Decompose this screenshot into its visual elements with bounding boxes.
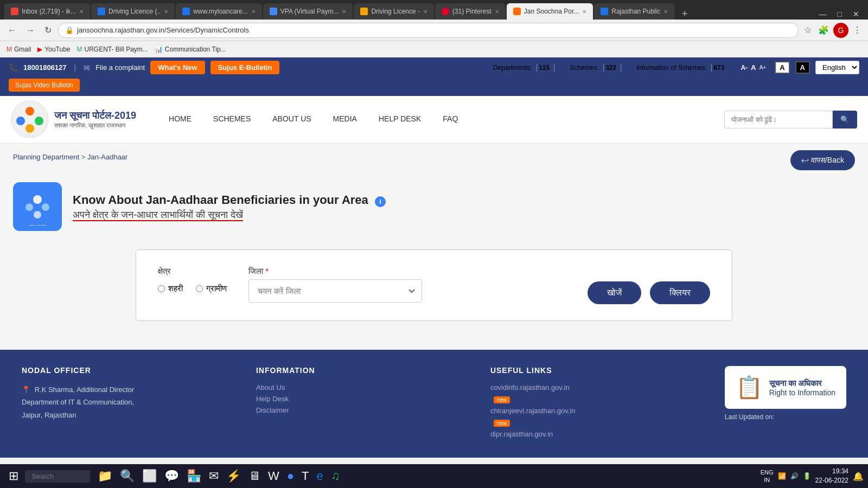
- tab-close-dl1[interactable]: ✕: [164, 9, 168, 15]
- bookmark-star-button[interactable]: ☆: [802, 23, 814, 38]
- taskbar-search-app[interactable]: 🔍: [117, 467, 138, 485]
- search-submit-button[interactable]: खोजें: [588, 281, 641, 304]
- phone-icon: 📞: [9, 63, 18, 72]
- nav-schemes[interactable]: SCHEMES: [202, 109, 261, 130]
- nav-help-desk[interactable]: HELP DESK: [368, 109, 432, 130]
- search-button[interactable]: 🔍: [833, 111, 857, 129]
- bookmark-urgent[interactable]: M URGENT- Bill Paym...: [77, 46, 148, 53]
- breadcrumb-planning[interactable]: Planning Department: [13, 153, 79, 161]
- info-icon[interactable]: i: [375, 196, 386, 207]
- nav-faq[interactable]: FAQ: [432, 109, 469, 130]
- font-controls: A- A A+ A A English: [741, 61, 859, 74]
- taskbar-chat[interactable]: 💬: [161, 467, 182, 485]
- clear-button[interactable]: क्लियर: [650, 281, 710, 304]
- tab-close-vpa[interactable]: ✕: [342, 9, 346, 15]
- font-increase-label[interactable]: A+: [760, 65, 767, 70]
- tab-minimize-button[interactable]: —: [815, 9, 831, 20]
- urban-radio[interactable]: [158, 285, 165, 292]
- back-button[interactable]: ↩ वापस/Back: [790, 150, 855, 170]
- urban-radio-label[interactable]: शहरी: [158, 284, 183, 293]
- profile-button[interactable]: G: [833, 23, 848, 38]
- forward-button[interactable]: →: [23, 23, 38, 37]
- taskbar-edge[interactable]: e: [314, 467, 327, 485]
- more-button[interactable]: ⋮: [851, 23, 864, 38]
- info-schemes-stat: Information of Schemes: 673: [628, 64, 729, 72]
- taskbar-file-explorer[interactable]: 📁: [94, 467, 116, 485]
- area-group: क्षेत्र शहरी ग्रामीण: [158, 266, 227, 293]
- svg-point-7: [25, 203, 33, 211]
- hero-subtitle: अपने क्षेत्र के जन-आधार लाभार्थियों की स…: [73, 209, 386, 221]
- search-area: 🔍: [724, 111, 857, 129]
- rural-radio-label[interactable]: ग्रामीण: [196, 284, 227, 293]
- tab-close-rp[interactable]: ✕: [663, 9, 668, 15]
- tab-pinterest[interactable]: (31) Pinterest ✕: [435, 3, 506, 20]
- breadcrumb-jan-aadhaar[interactable]: Jan-Aadhaar: [87, 153, 127, 161]
- whats-new-button[interactable]: What's New: [150, 61, 205, 74]
- video-bulletin-button[interactable]: Sujas Video Bulletin: [9, 79, 80, 92]
- tab-maximize-button[interactable]: □: [833, 9, 846, 20]
- font-reset-button[interactable]: A: [751, 63, 756, 72]
- location-icon: 📍: [22, 386, 30, 394]
- tab-close-lc[interactable]: ✕: [251, 9, 256, 15]
- tab-close-dl2[interactable]: ✕: [423, 9, 427, 15]
- svg-rect-5: [18, 188, 56, 226]
- tab-vpa[interactable]: VPA (Virtual Paym... ✕: [263, 3, 353, 20]
- tab-close-window-button[interactable]: ✕: [848, 9, 864, 20]
- taskbar-search[interactable]: [25, 470, 90, 483]
- start-button[interactable]: ⊞: [4, 467, 23, 485]
- tab-gmail[interactable]: Inbox (2,719) - ik... ✕: [4, 3, 90, 20]
- tab-rajasthan-public[interactable]: Rajasthan Public ✕: [594, 3, 674, 20]
- footer-disclaimer[interactable]: Disclaimer: [256, 406, 469, 414]
- contrast-button-1[interactable]: A: [775, 61, 789, 74]
- tab-close-gmail[interactable]: ✕: [79, 9, 84, 15]
- bookmark-communication[interactable]: 📊 Communication Tip...: [155, 46, 226, 53]
- taskbar: ⊞ 📁 🔍 ⬜ 💬 🏪 ✉ ⚡ 🖥 W ● T e ♫ ENGIN 📶 🔊 🔋 …: [0, 464, 868, 488]
- taskbar-word[interactable]: W: [265, 467, 283, 485]
- district-select[interactable]: चयन करें जिला: [248, 279, 422, 303]
- back-button[interactable]: ←: [4, 23, 20, 37]
- refresh-button[interactable]: ↻: [41, 23, 55, 37]
- address-bar[interactable]: 🔒 jansoochna.rajasthan.gov.in/Services/D…: [58, 23, 799, 38]
- rural-radio[interactable]: [196, 285, 203, 292]
- tab-driving-licence-2[interactable]: Driving Licence - ✕: [354, 3, 433, 20]
- tab-myloancare[interactable]: www.myloancare... ✕: [176, 3, 262, 20]
- tab-close-pin[interactable]: ✕: [495, 9, 499, 15]
- logo-title: जन सूचना पोर्टल-2019: [54, 110, 136, 122]
- footer-help-desk[interactable]: Help Desk: [256, 395, 469, 403]
- taskbar-monitor[interactable]: 🖥: [245, 467, 264, 485]
- language-select[interactable]: English: [815, 61, 859, 74]
- taskbar-notification[interactable]: 🔔: [853, 471, 864, 481]
- district-group: जिला * चयन करें जिला: [248, 266, 566, 303]
- taskbar-teams[interactable]: T: [298, 467, 312, 485]
- footer-link-chiranjeevi: chiranjeevi.rajasthan.gov.in new: [490, 407, 703, 427]
- rti-icon: 📋: [736, 375, 763, 400]
- last-updated: Last Updated on:: [725, 413, 846, 421]
- browser-toolbar: ☆ 🧩 G ⋮: [802, 23, 864, 38]
- taskbar-chrome[interactable]: ●: [284, 467, 297, 485]
- rti-box: 📋 सूचना का अधिकार Right to Information: [725, 366, 846, 409]
- svg-point-3: [35, 117, 43, 125]
- bookmarks-bar: M Gmail ▶ YouTube M URGENT- Bill Paym...…: [0, 41, 868, 57]
- taskbar-mail[interactable]: ✉: [206, 467, 222, 485]
- e-bulletin-button[interactable]: Sujus E-Bulletin: [210, 61, 280, 74]
- nav-about-us[interactable]: ABOUT US: [261, 109, 322, 130]
- taskbar-swift[interactable]: ⚡: [223, 467, 244, 485]
- taskbar-battery: 🔋: [803, 472, 811, 480]
- extensions-button[interactable]: 🧩: [816, 23, 831, 38]
- bookmark-gmail[interactable]: M Gmail: [7, 46, 31, 53]
- contrast-button-2[interactable]: A: [795, 61, 810, 74]
- nav-media[interactable]: MEDIA: [322, 109, 368, 130]
- search-input[interactable]: [724, 111, 833, 129]
- tab-driving-licence-1[interactable]: Driving Licence (.. ✕: [91, 3, 175, 20]
- complaint-link[interactable]: File a complaint: [95, 63, 145, 72]
- taskbar-task-view[interactable]: ⬜: [139, 467, 160, 485]
- taskbar-spotify[interactable]: ♫: [328, 467, 343, 485]
- tab-jan-soochna[interactable]: Jan Soochna Por... ✕: [507, 3, 593, 20]
- nav-home[interactable]: HOME: [158, 109, 202, 130]
- tab-close-js[interactable]: ✕: [582, 9, 586, 15]
- new-tab-button[interactable]: ＋: [675, 7, 694, 20]
- footer-about-us[interactable]: About Us: [256, 383, 469, 391]
- font-decrease-button[interactable]: A-: [741, 64, 748, 72]
- bookmark-youtube[interactable]: ▶ YouTube: [37, 46, 70, 53]
- taskbar-store[interactable]: 🏪: [183, 467, 205, 485]
